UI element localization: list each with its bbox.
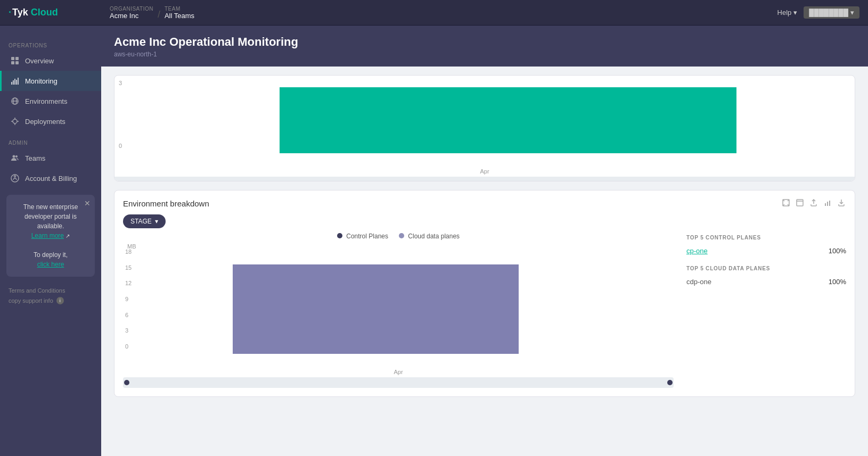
- legend-row: Control Planes Cloud data planes: [123, 230, 674, 244]
- team-label: TEAM: [165, 6, 194, 12]
- logo-tyk: Tyk: [12, 7, 28, 18]
- sidebar-item-teams[interactable]: Teams: [0, 148, 101, 168]
- sidebar-item-monitoring[interactable]: Monitoring: [0, 71, 101, 91]
- svg-rect-7: [16, 80, 17, 85]
- svg-rect-6: [14, 79, 15, 85]
- chart-section: Control Planes Cloud data planes MB 18: [123, 230, 674, 388]
- svg-rect-20: [827, 202, 828, 206]
- chart-scrollbar[interactable]: [114, 177, 855, 181]
- top5-control-planes-section: TOP 5 CONTROL PLANES cp-one 100%: [686, 235, 846, 257]
- env-scrollbar[interactable]: [123, 377, 674, 388]
- admin-label: ADMIN: [0, 136, 101, 148]
- control-planes-legend-label: Control Planes: [346, 233, 388, 240]
- svg-point-14: [15, 155, 18, 157]
- cloud-data-planes-legend-label: Cloud data planes: [408, 233, 460, 240]
- env-chart-area: MB 18 15 12 9 6 3 0: [123, 244, 674, 367]
- env-scrollbar-left-handle[interactable]: [124, 380, 129, 385]
- stage-btn-row: STAGE ▾: [114, 214, 855, 230]
- svg-rect-8: [18, 78, 19, 85]
- help-button[interactable]: Help ▾: [777, 9, 798, 16]
- top-chart-area: 3 0: [114, 76, 855, 166]
- top-nav: ·Tyk Cloud ORGANISATION Acme Inc / TEAM …: [0, 0, 868, 26]
- sidebar-item-overview[interactable]: Overview: [0, 51, 101, 71]
- env-y-axis: 18 15 12 9 6 3 0: [125, 248, 132, 350]
- sidebar-item-environments[interactable]: Environments: [0, 91, 101, 111]
- info-card: ✕ The new enterprise developer portal is…: [6, 195, 95, 277]
- window-icon-button[interactable]: [795, 198, 805, 209]
- toolbar-icons: [781, 198, 846, 209]
- svg-point-12: [13, 119, 17, 123]
- top-chart-card: 3 0 Apr: [114, 75, 855, 181]
- env-scrollbar-right-handle[interactable]: [667, 380, 673, 385]
- top5-cloud-item: cdp-one 100%: [686, 276, 846, 288]
- breadcrumb-sep: /: [158, 9, 160, 20]
- bar-chart-icon-button[interactable]: [823, 198, 832, 209]
- logo: ·Tyk Cloud: [9, 7, 58, 18]
- download-icon-button[interactable]: [837, 198, 846, 209]
- account-icon: [10, 173, 20, 183]
- svg-point-13: [13, 155, 15, 158]
- main-content: Acme Inc Operational Monitoring aws-eu-n…: [101, 26, 868, 456]
- info-card-close-button[interactable]: ✕: [84, 199, 91, 208]
- sidebar-item-account[interactable]: Account & Billing: [0, 168, 101, 188]
- external-link-icon: ↗: [65, 233, 70, 239]
- env-breakdown-title: Environment breakdown: [123, 199, 209, 208]
- env-bar-area: [150, 248, 669, 354]
- svg-rect-3: [15, 61, 19, 64]
- user-menu-button[interactable]: ████████ ▾: [804, 6, 859, 19]
- purple-bar: [233, 264, 519, 354]
- info-card-wrapper: ✕ The new enterprise developer portal is…: [0, 188, 101, 277]
- nav-right: Help ▾ ████████ ▾: [777, 6, 859, 19]
- teal-bar: [280, 87, 736, 153]
- top5-cloud-pct: 100%: [829, 278, 846, 286]
- info-card-text2: To deploy it,: [14, 250, 87, 260]
- expand-icon-button[interactable]: [781, 198, 791, 209]
- support-link[interactable]: copy support info i: [9, 297, 93, 304]
- org-breadcrumb: ORGANISATION Acme Inc: [110, 6, 153, 20]
- svg-rect-19: [825, 203, 826, 206]
- info-icon: i: [56, 297, 64, 304]
- env-card-header: Environment breakdown: [114, 190, 855, 214]
- top5-control-name[interactable]: cp-one: [686, 247, 708, 255]
- page-subtitle: aws-eu-north-1: [114, 51, 855, 58]
- stage-dropdown-button[interactable]: STAGE ▾: [123, 214, 166, 228]
- content-area: 3 0 Apr Environment breakdown: [101, 67, 868, 405]
- svg-rect-21: [829, 201, 830, 206]
- operations-label: OPERATIONS: [0, 38, 101, 51]
- svg-rect-5: [13, 80, 14, 85]
- info-card-text1: The new enterprise developer portal is a…: [14, 202, 87, 231]
- svg-rect-1: [15, 57, 19, 60]
- team-value: All Teams: [165, 12, 194, 20]
- upload-icon-button[interactable]: [809, 198, 818, 209]
- sidebar: OPERATIONS Overview Monitoring: [0, 26, 101, 456]
- sidebar-item-deployments[interactable]: Deployments: [0, 111, 101, 131]
- logo-cloud: Cloud: [31, 7, 58, 18]
- cloud-data-planes-legend-dot: [399, 233, 404, 238]
- overview-icon: [10, 56, 20, 65]
- env-breakdown-card: Environment breakdown: [114, 190, 855, 397]
- sidebar-footer: Terms and Conditions copy support info i: [0, 283, 101, 311]
- svg-rect-2: [11, 61, 14, 64]
- org-label: ORGANISATION: [110, 6, 153, 12]
- bar-area: [141, 80, 833, 153]
- sidebar-item-label: Overview: [25, 57, 54, 65]
- click-here-link[interactable]: click here: [37, 261, 64, 268]
- terms-link[interactable]: Terms and Conditions: [9, 287, 93, 294]
- top5-control-pct: 100%: [829, 247, 846, 255]
- svg-rect-0: [11, 57, 14, 60]
- deployments-icon: [10, 117, 20, 126]
- chevron-down-icon: ▾: [155, 218, 158, 225]
- top5-cloud-planes-section: TOP 5 CLOUD DATA PLANES cdp-one 100%: [686, 266, 846, 288]
- page-title: Acme Inc Operational Monitoring: [114, 35, 855, 49]
- app-body: OPERATIONS Overview Monitoring: [0, 26, 868, 456]
- top5-control-item: cp-one 100%: [686, 245, 846, 257]
- top5-cloud-title: TOP 5 CLOUD DATA PLANES: [686, 266, 846, 271]
- env-card-body: Control Planes Cloud data planes MB 18: [114, 230, 855, 396]
- environments-icon: [10, 96, 20, 106]
- chevron-down-icon: ▾: [850, 9, 854, 16]
- control-planes-legend-dot: [337, 233, 342, 238]
- svg-rect-17: [797, 200, 803, 206]
- learn-more-link[interactable]: Learn more: [31, 232, 64, 239]
- org-value: Acme Inc: [110, 12, 153, 20]
- top5-control-title: TOP 5 CONTROL PLANES: [686, 235, 846, 241]
